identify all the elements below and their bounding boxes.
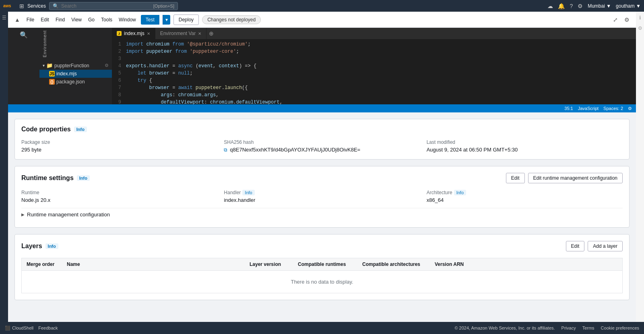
tab-environment-var[interactable]: Environment Var ✕ (155, 28, 206, 39)
environment-label: Environment (43, 30, 47, 57)
feedback-button[interactable]: Feedback (38, 326, 58, 330)
edit-runtime-management-button[interactable]: Edit runtime management configuration (528, 173, 623, 183)
terms-link[interactable]: Terms (582, 326, 594, 330)
hamburger-icon[interactable]: ☰ (2, 15, 6, 21)
line-number: 4 (112, 62, 126, 70)
architecture-item: Architecture Info x86_64 (427, 190, 623, 203)
line-number: 7 (112, 84, 126, 91)
find-menu[interactable]: Find (54, 15, 66, 24)
layers-empty-message: There is no data to display. (21, 270, 623, 293)
col-layer-version: Layer version (250, 261, 298, 267)
edit-menu[interactable]: Edit (39, 15, 51, 24)
help-icon[interactable]: ? (570, 3, 573, 9)
file-menu[interactable]: File (25, 15, 36, 24)
file-name-package-json: package.json (56, 79, 85, 85)
line-content: browser = await puppeteer.launch({ (126, 84, 248, 91)
runtime-settings-info-badge[interactable]: Info (77, 175, 90, 181)
line-number: 6 (112, 77, 126, 84)
file-item-package-json[interactable]: {} package.json (39, 78, 112, 86)
tab-js-icon: J (117, 31, 122, 36)
tools-menu[interactable]: Tools (99, 15, 114, 24)
fullscreen-icon[interactable]: ⤢ (611, 15, 619, 25)
code-properties-info-badge[interactable]: Info (74, 127, 87, 132)
svg-text:aws: aws (3, 4, 11, 8)
cloud-icon[interactable]: ☁ (547, 3, 553, 9)
cloudshell-button[interactable]: ⬛CloudShell (5, 326, 33, 331)
layers-header: Layers Info Edit Add a layer (21, 241, 623, 251)
folder-item-puppterfunction[interactable]: ▾ 📁 puppterFunction ⚙ (39, 61, 112, 70)
layers-info-badge[interactable]: Info (45, 243, 58, 249)
settings-panel-icon[interactable]: ⚙ (638, 25, 642, 31)
folder-name: puppterFunction (54, 63, 89, 68)
code-properties-panel: Code properties Info Package size 295 by… (14, 119, 630, 160)
line-number: 3 (112, 55, 126, 62)
handler-item: Handler Info index.handler (224, 190, 420, 203)
runtime-management-label: Runtime management configuration (27, 212, 110, 218)
search-input[interactable] (61, 3, 151, 9)
tab-close-environment-var[interactable]: ✕ (198, 31, 201, 36)
last-modified-label: Last modified (427, 139, 623, 145)
sha256-label: SHA256 hash (224, 139, 420, 145)
col-merge-order: Merge order (27, 261, 67, 267)
cookie-link[interactable]: Cookie preferences (601, 326, 639, 330)
tab-label-index-mjs: index.mjs (124, 31, 144, 36)
folder-settings-icon[interactable]: ⚙ (105, 63, 109, 68)
sha256-value: ⧉ q8E7Nexf5xxhKT9/d4bGpAYOXJYFAUjJ0UDj8O… (224, 147, 420, 153)
file-explorer-header: Environment (39, 28, 112, 60)
handler-info-badge[interactable]: Info (242, 190, 254, 195)
user-menu[interactable]: goutham ▼ (616, 3, 641, 9)
layers-title: Layers Info (21, 243, 58, 250)
code-line-5: 5 let browser = null; (112, 70, 636, 77)
window-menu[interactable]: Window (117, 15, 138, 24)
architecture-label: Architecture Info (427, 190, 466, 195)
code-line-3: 3 (112, 55, 636, 62)
architecture-value: x86_64 (427, 197, 623, 203)
tab-close-index-mjs[interactable]: ✕ (147, 31, 150, 36)
tab-label-environment-var: Environment Var (160, 31, 196, 36)
expand-icon: ▶ (21, 212, 25, 217)
handler-value: index.handler (224, 197, 420, 203)
handler-label: Handler Info (224, 190, 254, 195)
tab-add-button[interactable]: ⊕ (206, 30, 216, 37)
code-properties-title: Code properties Info (21, 126, 87, 133)
nav-settings-icon[interactable]: ⚙ (623, 15, 631, 25)
code-line-6: 6 try { (112, 77, 636, 84)
sidebar-search-icon[interactable]: 🔍 (20, 31, 28, 39)
runtime-settings-header: Runtime settings Info Edit Edit runtime … (21, 173, 623, 183)
tab-index-mjs[interactable]: J index.mjs ✕ (112, 28, 155, 39)
settings-icon[interactable]: ⚙ (578, 3, 583, 9)
js-file-icon: JS (49, 71, 55, 77)
grid-icon[interactable]: ⊞ (19, 3, 24, 9)
add-layer-button[interactable]: Add a layer (588, 241, 623, 251)
line-number: 2 (112, 48, 126, 55)
runtime-item: Runtime Node.js 20.x (21, 190, 217, 203)
info-panel-icon[interactable]: ℹ (639, 15, 641, 21)
collapse-icon[interactable]: ▲ (13, 15, 22, 25)
layers-edit-button[interactable]: Edit (566, 241, 585, 251)
copy-icon[interactable]: ⧉ (224, 147, 227, 153)
editor-container: 🔍 Environment ▾ 📁 puppterFunction ⚙ JS i… (8, 28, 636, 104)
code-editor[interactable]: 1import chromium from '@sparticuz/chromi… (112, 39, 636, 104)
services-label[interactable]: Services (27, 3, 46, 9)
deploy-button[interactable]: Deploy (173, 15, 199, 25)
file-explorer: Environment ▾ 📁 puppterFunction ⚙ JS ind… (39, 28, 112, 104)
region-selector[interactable]: Mumbai ▼ (588, 3, 611, 9)
aws-logo[interactable]: aws (3, 2, 16, 10)
code-line-4: 4exports.handler = async (event, context… (112, 62, 636, 70)
architecture-info-badge[interactable]: Info (454, 190, 466, 195)
privacy-link[interactable]: Privacy (561, 326, 576, 330)
go-menu[interactable]: Go (87, 15, 96, 24)
file-item-index-mjs[interactable]: JS index.mjs (39, 70, 112, 78)
view-menu[interactable]: View (70, 15, 83, 24)
test-dropdown-button[interactable]: ▾ (163, 15, 170, 25)
test-button[interactable]: Test (141, 15, 159, 25)
runtime-edit-button[interactable]: Edit (506, 173, 525, 183)
runtime-value: Node.js 20.x (21, 197, 217, 203)
bell-icon[interactable]: 🔔 (558, 3, 565, 9)
search-icon: 🔍 (53, 3, 59, 9)
runtime-management-expandable[interactable]: ▶ Runtime management configuration (21, 208, 623, 221)
last-modified-value: August 9, 2024 at 06:50 PM GMT+5:30 (427, 147, 623, 153)
editor-sidebar-panel: 🔍 (8, 28, 39, 104)
statusbar-settings-icon[interactable]: ⚙ (628, 106, 632, 111)
top-nav-icons: ☁ 🔔 ? ⚙ Mumbai ▼ goutham ▼ (547, 3, 641, 9)
